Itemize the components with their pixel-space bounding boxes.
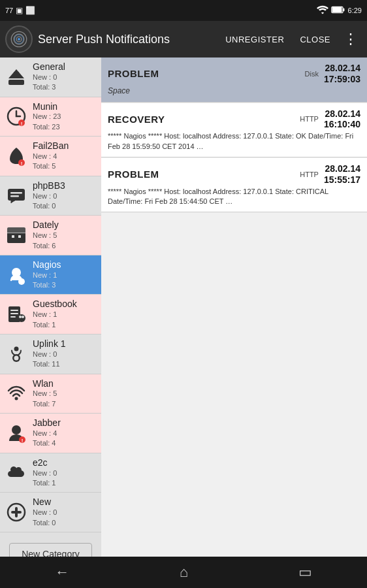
notification-proto-2: HTTP [300, 115, 319, 123]
new-category-wrapper: New Category [0, 532, 101, 557]
phpbb3-name: phpBB3 [33, 180, 97, 191]
nagios-counts: New : 1Total: 3 [33, 270, 97, 291]
notification-proto-1: Disk [305, 70, 319, 78]
munin-text: Munin New : 23Total: 23 [33, 101, 97, 133]
sidebar-item-guestbook[interactable]: Guestbook New : 1Total: 1 [0, 295, 101, 335]
notification-header-2: RECOVERY HTTP 28.02.14 16:10:40 [108, 108, 360, 131]
svg-text:!: ! [22, 438, 24, 444]
jabber-text: Jabber New : 4Total: 4 [33, 417, 97, 449]
jabber-icon-wrap: ! [4, 421, 29, 446]
svg-point-34 [15, 397, 18, 400]
general-name: General [33, 61, 97, 73]
dately-text: Dately New : 5Total: 6 [33, 220, 97, 251]
svg-rect-16 [10, 192, 22, 194]
main-content: General New : 0Total: 3 ! Munin New : 23… [0, 57, 367, 557]
e2c-text: e2c New : 0Total: 1 [33, 457, 97, 489]
svg-text:!: ! [21, 161, 23, 167]
new-icon-wrap [4, 500, 29, 525]
svg-rect-8 [8, 80, 24, 85]
sidebar-item-wlan[interactable]: Wlan New : 5Total: 7 [0, 374, 101, 414]
sidebar-item-jabber[interactable]: ! Jabber New : 4Total: 4 [0, 414, 101, 453]
status-bar-right: 6:29 [317, 5, 362, 16]
e2c-icon-wrap [4, 461, 29, 485]
new-category-button[interactable]: New Category [9, 543, 92, 557]
notification-header-1: PROBLEM Disk 28.02.14 17:59:03 [108, 63, 360, 85]
notification-type-2: RECOVERY [108, 114, 165, 125]
new-counts: New : 0Total: 0 [33, 508, 97, 528]
app-bar-actions: UNREGISTER CLOSE ⋮ [219, 28, 362, 50]
svg-point-31 [14, 346, 19, 351]
munin-name: Munin [33, 101, 97, 112]
more-options-button[interactable]: ⋮ [340, 28, 362, 50]
wlan-name: Wlan [33, 378, 97, 389]
notification-body-2: ***** Nagios ***** Host: localhost Addre… [108, 131, 360, 152]
svg-text:!: ! [21, 121, 23, 127]
uplink1-text: Uplink 1 New : 0Total: 11 [33, 338, 97, 370]
sidebar-item-new[interactable]: New New : 0Total: 0 [0, 493, 101, 532]
sidebar-item-e2c[interactable]: e2c New : 0Total: 1 [0, 453, 101, 493]
wlan-icon-wrap [4, 381, 29, 406]
sidebar-item-uplink1[interactable]: Uplink 1 New : 0Total: 11 [0, 335, 101, 374]
svg-rect-2 [343, 8, 344, 12]
status-bar-left: 77 ▣ ⬜ [5, 6, 35, 15]
notification-meta-3: HTTP 28.02.14 15:55:17 [300, 163, 360, 186]
general-counts: New : 0Total: 3 [33, 73, 97, 93]
svg-point-33 [14, 355, 19, 360]
svg-rect-20 [18, 235, 21, 238]
notification-meta-2: HTTP 28.02.14 16:10:40 [300, 108, 360, 131]
svg-text:!: ! [21, 280, 23, 286]
munin-counts: New : 23Total: 23 [33, 112, 97, 132]
phpbb3-text: phpBB3 New : 0Total: 0 [33, 180, 97, 212]
svg-point-35 [12, 425, 21, 434]
notification-card-2[interactable]: RECOVERY HTTP 28.02.14 16:10:40 ***** Na… [101, 103, 367, 157]
notification-body-3: ***** Nagios ***** Host: localhost Addre… [108, 187, 360, 207]
nagios-text: Nagios New : 1Total: 3 [33, 259, 97, 291]
sidebar-item-munin[interactable]: ! Munin New : 23Total: 23 [0, 97, 101, 137]
uplink1-icon-wrap [4, 342, 29, 367]
svg-rect-15 [8, 189, 25, 201]
svg-rect-17 [10, 195, 19, 197]
time-display: 6:29 [348, 7, 362, 14]
dately-counts: New : 5Total: 6 [33, 231, 97, 251]
unregister-button[interactable]: UNREGISTER [219, 31, 291, 48]
uplink1-name: Uplink 1 [33, 338, 97, 350]
close-button[interactable]: CLOSE [293, 31, 337, 48]
notification-card-3[interactable]: PROBLEM HTTP 28.02.14 15:55:17 ***** Nag… [101, 158, 367, 212]
svg-rect-19 [12, 235, 14, 238]
jabber-counts: New : 4Total: 4 [33, 429, 97, 449]
guestbook-icon-wrap [4, 302, 29, 327]
notification-subject-1: Space [108, 86, 360, 95]
munin-icon-wrap: ! [4, 104, 29, 129]
e2c-name: e2c [33, 457, 97, 468]
svg-rect-9 [14, 72, 19, 78]
recent-apps-button[interactable]: ▭ [285, 559, 325, 586]
guestbook-name: Guestbook [33, 299, 97, 310]
notification-type-3: PROBLEM [108, 169, 159, 180]
phpbb3-icon-wrap [4, 184, 29, 208]
notification-card-1[interactable]: PROBLEM Disk 28.02.14 17:59:03 Space [101, 57, 367, 103]
battery-icon [331, 6, 345, 15]
sidebar-item-nagios[interactable]: ! Nagios New : 1Total: 3 [0, 255, 101, 295]
sidebar: General New : 0Total: 3 ! Munin New : 23… [0, 57, 101, 557]
sidebar-item-fail2ban[interactable]: ! Fail2Ban New : 4Total: 5 [0, 137, 101, 176]
back-button[interactable]: ← [42, 559, 82, 586]
svg-rect-26 [10, 313, 18, 314]
phpbb3-counts: New : 0Total: 0 [33, 191, 97, 212]
guestbook-counts: New : 1Total: 1 [33, 310, 97, 330]
general-text: General New : 0Total: 3 [33, 61, 97, 93]
status-icon-screen: ⬜ [25, 6, 35, 15]
sidebar-item-general[interactable]: General New : 0Total: 3 [0, 57, 101, 97]
notification-date-3: 28.02.14 15:55:17 [324, 163, 360, 186]
wifi-icon [317, 5, 328, 16]
svg-point-28 [18, 314, 25, 322]
nagios-name: Nagios [33, 259, 97, 270]
sidebar-item-phpbb3[interactable]: phpBB3 New : 0Total: 0 [0, 176, 101, 216]
wlan-text: Wlan New : 5Total: 7 [33, 378, 97, 410]
svg-point-6 [18, 38, 20, 41]
fail2ban-counts: New : 4Total: 5 [33, 152, 97, 172]
svg-rect-1 [332, 7, 342, 12]
sidebar-item-dately[interactable]: Dately New : 5Total: 6 [0, 216, 101, 255]
jabber-name: Jabber [33, 417, 97, 429]
svg-rect-27 [10, 316, 16, 318]
home-button[interactable]: ⌂ [167, 559, 201, 586]
